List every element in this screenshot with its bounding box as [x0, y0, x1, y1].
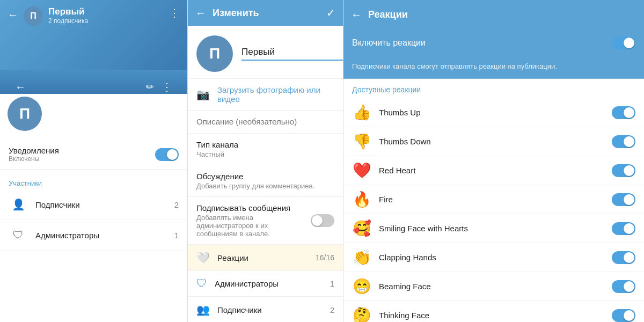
list-item[interactable]: 🛡 Администраторы 1: [0, 220, 187, 251]
admins-nav-label: Администраторы: [215, 279, 330, 288]
red-heart-toggle[interactable]: [612, 164, 635, 177]
clapping-hands-toggle[interactable]: [612, 251, 635, 264]
subscribers-nav-row[interactable]: 👥 Подписчики 2: [188, 297, 343, 322]
smiling-hearts-toggle[interactable]: [612, 222, 635, 235]
enable-reactions-desc: Подписчики канала смогут отправлять реак…: [352, 62, 557, 70]
sign-messages-label: Подписывать сообщения: [196, 203, 311, 213]
thumbs-down-toggle[interactable]: [612, 135, 635, 148]
discussion-value: Добавить группу для комментариев.: [196, 182, 334, 190]
upload-label: Загрузить фотографию или видео: [217, 85, 334, 104]
sign-messages-toggle[interactable]: [311, 214, 334, 227]
channel-name-input[interactable]: [241, 47, 343, 61]
profile-edit-button[interactable]: ✏: [146, 81, 154, 93]
red-heart-name: Red Heart: [379, 166, 612, 175]
panel-edit-channel: ← Изменить ✓ П ☺ 📷 Загрузить фотографию …: [188, 0, 343, 322]
panel1-top-header: ← П Первый 2 подписчика ⋮: [0, 0, 187, 70]
available-reactions-heading: Доступные реакции: [343, 79, 644, 98]
enable-reactions-desc-block: Подписчики канала смогут отправлять реак…: [343, 56, 644, 79]
notifications-text-group: Уведомления Включены: [9, 146, 155, 163]
thinking-face-toggle[interactable]: [612, 309, 635, 322]
list-item: 😁 Beaming Face: [343, 272, 644, 301]
admins-icon: 🛡: [9, 225, 28, 245]
reactions-count: 16/16: [316, 253, 334, 262]
profile-back-button[interactable]: ←: [15, 81, 26, 93]
thinking-face-emoji: 🤔: [352, 306, 371, 322]
subscribers-nav-count: 2: [330, 305, 334, 314]
description-row: [188, 111, 343, 134]
red-heart-emoji: ❤️: [352, 162, 371, 179]
panel1-header-avatar: П: [24, 6, 43, 26]
beaming-face-name: Beaming Face: [379, 282, 612, 291]
panel2-avatar: П: [196, 35, 233, 72]
smiling-hearts-emoji: 🥰: [352, 219, 371, 237]
description-input[interactable]: [196, 117, 334, 126]
subscribers-label: Подписчики: [35, 200, 174, 209]
members-section: Участники 👤 Подписчики 2 🛡 Администратор…: [0, 174, 187, 251]
panel2-back-button[interactable]: ←: [195, 7, 206, 19]
enable-reactions-section: Включить реакции Подписчики канала смогу…: [343, 29, 644, 79]
discussion-label: Обсуждение: [196, 172, 334, 181]
sign-messages-group: Подписывать сообщения Добавлять имена ад…: [196, 203, 311, 238]
subscribers-count: 2: [174, 200, 179, 209]
smiling-hearts-name: Smiling Face with Hearts: [379, 224, 612, 233]
reactions-icon: 🤍: [196, 251, 210, 264]
panel1-header-back-button[interactable]: ←: [8, 9, 18, 21]
profile-header-row: ← ✏ ⋮: [8, 75, 180, 97]
panel3-header: ← Реакции: [343, 0, 644, 29]
channel-type-row[interactable]: Тип канала Частный: [188, 134, 343, 165]
beaming-face-toggle[interactable]: [612, 280, 635, 293]
subscribers-nav-icon: 👥: [196, 303, 210, 316]
panel-reactions: ← Реакции Включить реакции Подписчики ка…: [343, 0, 644, 322]
subscribers-icon: 👤: [9, 195, 28, 214]
members-heading: Участники: [0, 174, 187, 189]
upload-photo-button[interactable]: 📷 Загрузить фотографию или видео: [188, 79, 343, 111]
profile-more-button[interactable]: ⋮: [162, 80, 172, 93]
notifications-toggle[interactable]: [155, 148, 179, 161]
admins-nav-count: 1: [330, 279, 334, 288]
enable-reactions-row: Включить реакции: [343, 29, 644, 56]
list-item: 👎 Thumbs Down: [343, 127, 644, 156]
thinking-face-name: Thinking Face: [379, 311, 612, 320]
list-item[interactable]: 👤 Подписчики 2: [0, 189, 187, 220]
thumbs-up-toggle[interactable]: [612, 106, 635, 119]
panel1-header-subscribers: 2 подписчика: [48, 17, 169, 25]
panel2-check-button[interactable]: ✓: [326, 6, 335, 19]
list-item: ❤️ Red Heart: [343, 156, 644, 185]
sign-messages-desc: Добавлять имена администраторов к их соо…: [196, 214, 311, 238]
panel1-header-channel-name: Первый: [48, 6, 169, 17]
thumbs-up-emoji: 👍: [352, 104, 371, 121]
sign-messages-row: Подписывать сообщения Добавлять имена ад…: [188, 197, 343, 245]
panel1-header-more-button[interactable]: ⋮: [169, 6, 180, 19]
notifications-label: Уведомления: [9, 146, 155, 155]
enable-reactions-label: Включить реакции: [352, 38, 612, 48]
reactions-row[interactable]: 🤍 Реакции 16/16: [188, 245, 343, 271]
thumbs-down-emoji: 👎: [352, 133, 371, 150]
thumbs-up-name: Thumbs Up: [379, 108, 612, 117]
profile-section: ← ✏ ⋮ П Первый частный канал: [0, 70, 187, 140]
fire-toggle[interactable]: [612, 193, 635, 206]
admins-nav-row[interactable]: 🛡 Администраторы 1: [188, 271, 343, 297]
panel-channel-info: ← П Первый 2 подписчика ⋮ ← ✏ ⋮ П Первый…: [0, 0, 188, 322]
profile-content: П Первый частный канал: [8, 97, 180, 140]
list-item: 👏 Clapping Hands: [343, 243, 644, 272]
panel2-title: Изменить: [213, 8, 326, 19]
fire-name: Fire: [379, 195, 612, 204]
list-item: 🥰 Smiling Face with Hearts: [343, 214, 644, 243]
list-item: 🔥 Fire: [343, 185, 644, 214]
enable-reactions-toggle[interactable]: [612, 36, 635, 49]
panel3-title: Реакции: [368, 9, 408, 20]
panel2-header: ← Изменить ✓: [188, 0, 343, 26]
reactions-list: 👍 Thumbs Up 👎 Thumbs Down ❤️ Red Heart 🔥…: [343, 98, 644, 322]
profile-type: частный канал: [49, 116, 97, 124]
panel3-back-button[interactable]: ←: [351, 9, 362, 21]
camera-icon: 📷: [196, 88, 210, 101]
clapping-hands-name: Clapping Hands: [379, 253, 612, 262]
clapping-hands-emoji: 👏: [352, 248, 371, 266]
admins-nav-icon: 🛡: [196, 277, 207, 290]
list-item: 🤔 Thinking Face: [343, 301, 644, 322]
admins-count: 1: [174, 231, 179, 240]
beaming-face-emoji: 😁: [352, 277, 371, 295]
profile-avatar: П: [8, 97, 42, 131]
discussion-row[interactable]: Обсуждение Добавить группу для комментар…: [188, 165, 343, 197]
subscribers-nav-label: Подписчики: [217, 305, 330, 314]
